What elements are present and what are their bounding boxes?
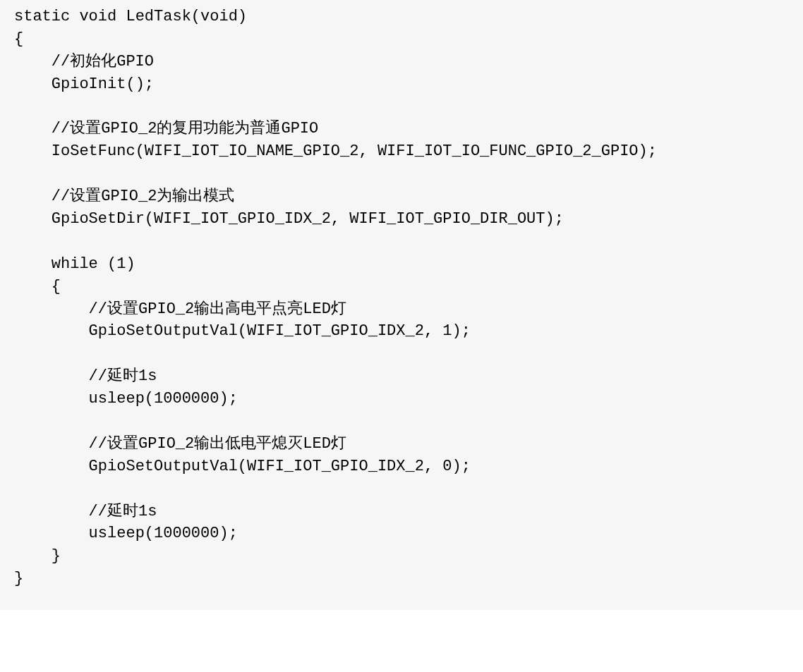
code-line-13: { [14, 278, 61, 295]
code-line-23: //延时1s [14, 503, 157, 520]
code-line-10: GpioSetDir(WIFI_IOT_GPIO_IDX_2, WIFI_IOT… [14, 210, 564, 228]
code-block: static void LedTask(void) { //初始化GPIO Gp… [0, 0, 803, 610]
code-line-3: //初始化GPIO [14, 53, 154, 71]
code-line-14: //设置GPIO_2输出高电平点亮LED灯 [14, 300, 346, 318]
code-line-15: GpioSetOutputVal(WIFI_IOT_GPIO_IDX_2, 1)… [14, 322, 471, 340]
code-line-12: while (1) [14, 255, 135, 273]
code-line-4: GpioInit(); [14, 75, 154, 93]
code-line-7: IoSetFunc(WIFI_IOT_IO_NAME_GPIO_2, WIFI_… [14, 142, 657, 160]
code-line-21: GpioSetOutputVal(WIFI_IOT_GPIO_IDX_2, 0)… [14, 458, 471, 475]
code-line-9: //设置GPIO_2为输出模式 [14, 188, 234, 205]
code-line-25: } [14, 547, 61, 565]
code-line-17: //延时1s [14, 367, 157, 385]
code-line-26: } [14, 570, 23, 587]
code-line-18: usleep(1000000); [14, 390, 238, 408]
code-line-6: //设置GPIO_2的复用功能为普通GPIO [14, 120, 318, 138]
code-line-20: //设置GPIO_2输出低电平熄灭LED灯 [14, 435, 346, 453]
code-line-1: static void LedTask(void) [14, 8, 247, 25]
code-line-2: { [14, 30, 23, 48]
code-line-24: usleep(1000000); [14, 525, 238, 542]
